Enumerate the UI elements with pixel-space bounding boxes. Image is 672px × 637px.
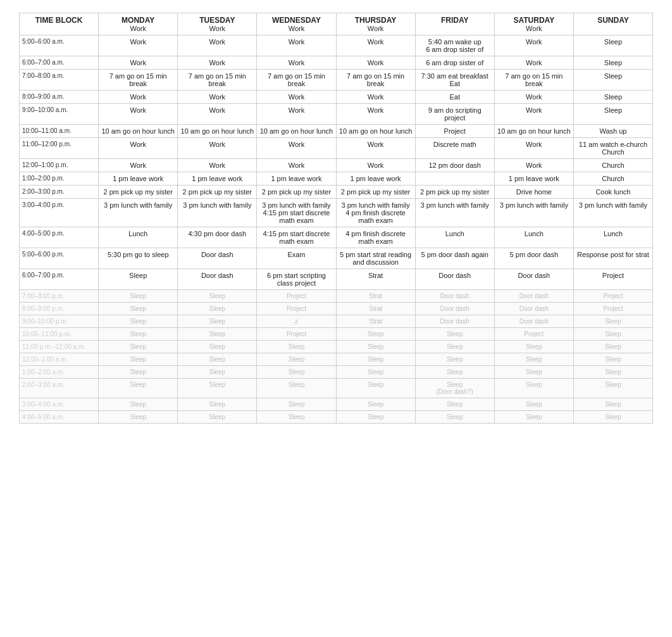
schedule-cell: Sleep [573,104,652,125]
schedule-cell: 7 am go on 15 min break [494,70,573,91]
schedule-cell: Work [494,35,573,56]
schedule-cell: Sleep [178,303,257,315]
schedule-cell: Work [99,35,178,56]
time-cell: 12:00–1:00 p.m. [20,159,99,172]
schedule-cell: 6 am drop sister of [415,56,494,70]
time-cell: 6:00–7:00 p.m. [20,269,99,290]
table-row: 1:00–2:00 p.m.1 pm leave work1 pm leave … [20,172,653,186]
schedule-cell: Work [336,138,415,159]
schedule-cell: Work [99,138,178,159]
schedule-cell: z [257,315,336,328]
schedule-cell: Sleep [573,70,652,91]
time-cell: 3:00–4:00 p.m. [20,199,99,227]
schedule-cell: Drive home [494,186,573,199]
header-monday: MONDAYWork [99,13,178,35]
schedule-cell: Cook lunch [573,186,652,199]
schedule-cell: 1 pm leave work [494,172,573,186]
schedule-cell: 12 pm door dash [415,159,494,172]
header-row: TIME BLOCK MONDAYWorkTUESDAYWorkWEDNESDA… [20,13,653,35]
time-cell: 11:00 p.m.–12:00 a.m. [20,341,99,353]
schedule-cell: Sleep [178,341,257,353]
schedule-cell: Work [178,159,257,172]
schedule-cell: Sleep [178,411,257,424]
schedule-cell: Project [257,328,336,341]
header-wednesday: WEDNESDAYWork [257,13,336,35]
table-row: 4:00–5:00 p.m.Lunch4:30 pm door dash4:15… [20,227,653,248]
schedule-cell: Sleep [99,411,178,424]
schedule-cell: Sleep [494,366,573,379]
schedule-cell: 6 pm start scripting class project [257,269,336,290]
schedule-cell: Response post for strat [573,248,652,269]
schedule-cell: Sleep [415,411,494,424]
schedule-cell: 1 pm leave work [99,172,178,186]
time-cell: 1:00–2:00 a.m. [20,366,99,379]
schedule-cell: 7 am go on 15 min break [99,70,178,91]
schedule-cell: Church [573,172,652,186]
table-row: 4:00–5:00 a.m.SleepSleepSleepSleepSleepS… [20,411,653,424]
schedule-cell: Sleep [573,35,652,56]
time-cell: 10:00–11:00 a.m. [20,125,99,138]
schedule-cell: Sleep [336,411,415,424]
schedule-cell: Sleep [257,341,336,353]
schedule-cell: 3 pm lunch with family 4 pm finish discr… [336,199,415,227]
schedule-cell: Sleep [99,366,178,379]
schedule-cell: 5 pm door dash again [415,248,494,269]
table-row: 6:00–7:00 a.m.WorkWorkWorkWork6 am drop … [20,56,653,70]
schedule-cell: Door dash [494,290,573,303]
time-cell: 12:00–1:00 a.m. [20,353,99,366]
schedule-cell: 4:30 pm door dash [178,227,257,248]
schedule-cell: Work [494,91,573,104]
schedule-cell: Sleep [415,398,494,411]
schedule-cell: Door dash [415,315,494,328]
time-cell: 4:00–5:00 a.m. [20,411,99,424]
schedule-cell: Strat [336,315,415,328]
schedule-cell: Sleep [99,315,178,328]
schedule-cell: Project [573,290,652,303]
schedule-cell: Work [99,104,178,125]
schedule-cell: Door dash [178,269,257,290]
table-row: 6:00–7:00 p.m.SleepDoor dash6 pm start s… [20,269,653,290]
schedule-cell: Sleep [257,398,336,411]
schedule-cell: Sleep [573,379,652,398]
schedule-cell: Sleep [573,411,652,424]
schedule-cell: Sleep [415,366,494,379]
schedule-cell: Work [494,56,573,70]
schedule-cell: Work [178,91,257,104]
schedule-cell: Sleep [494,398,573,411]
schedule-cell: Sleep [178,328,257,341]
header-sunday: SUNDAY [573,13,652,35]
schedule-cell: Door dash [415,290,494,303]
schedule-cell: Lunch [99,227,178,248]
time-cell: 7:00–8:00 a.m. [20,70,99,91]
schedule-cell: Work [494,138,573,159]
schedule-cell: Church [573,159,652,172]
schedule-cell: Work [257,56,336,70]
schedule-cell: 10 am go on hour lunch [178,125,257,138]
schedule-cell: Strat [336,290,415,303]
schedule-cell: Sleep [336,328,415,341]
time-cell: 5:00–6:00 p.m. [20,248,99,269]
schedule-cell: 5 pm start strat reading and discussion [336,248,415,269]
schedule-cell: Strat [336,269,415,290]
schedule-cell: 4:15 pm start discrete math exam [257,227,336,248]
time-cell: 3:00–4:00 a.m. [20,398,99,411]
schedule-cell: Sleep [178,379,257,398]
schedule-cell: 11 am watch e-church Church [573,138,652,159]
table-row: 2:00–3:00 p.m.2 pm pick up my sister2 pm… [20,186,653,199]
schedule-cell: Sleep [415,341,494,353]
schedule-cell: Work [257,35,336,56]
schedule-cell: Sleep [257,353,336,366]
schedule-cell: 5 pm door dash [494,248,573,269]
schedule-cell: Work [257,91,336,104]
schedule-cell: Sleep [99,303,178,315]
schedule-cell: Project [415,125,494,138]
table-row: 9:00–10:00 a.m.WorkWorkWorkWork9 am do s… [20,104,653,125]
schedule-cell: Sleep [494,341,573,353]
schedule-cell: 2 pm pick up my sister [336,186,415,199]
schedule-cell: Project [573,303,652,315]
schedule-cell: Sleep [257,366,336,379]
schedule-cell: Sleep [573,366,652,379]
table-row: 7:00–8:00 p.m.SleepSleepProjectStratDoor… [20,290,653,303]
schedule-cell: Work [257,138,336,159]
schedule-cell: Sleep [573,341,652,353]
